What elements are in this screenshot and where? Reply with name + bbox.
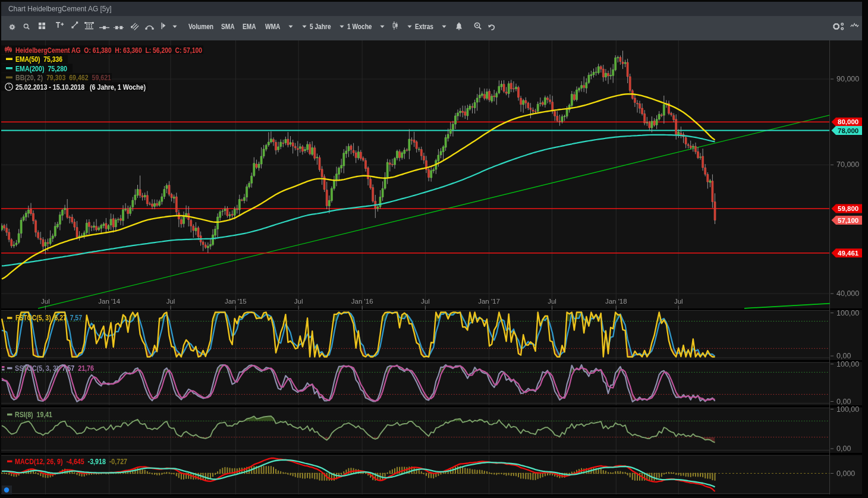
svg-text:Jan '18: Jan '18 bbox=[605, 298, 627, 305]
svg-text:100,00: 100,00 bbox=[836, 360, 859, 368]
svg-text:EMA(200) 75,280: EMA(200) 75,280 bbox=[15, 65, 67, 73]
svg-text:59,800: 59,800 bbox=[838, 205, 858, 212]
svg-text:Jul: Jul bbox=[294, 298, 303, 305]
svg-text:0,00: 0,00 bbox=[836, 398, 851, 406]
svg-text:Jan '16: Jan '16 bbox=[351, 298, 373, 305]
svg-text:57,100: 57,100 bbox=[838, 217, 858, 224]
svg-text:Jul: Jul bbox=[674, 298, 683, 305]
svg-text:80,000: 80,000 bbox=[838, 118, 858, 125]
svg-text:25.02.2013 - 15.10.2018 (6 J: 25.02.2013 - 15.10.2018 (6 Jahre, 1 Woch… bbox=[15, 83, 146, 92]
svg-text:0,00: 0,00 bbox=[836, 445, 851, 453]
svg-text:70,000: 70,000 bbox=[836, 160, 859, 169]
svg-text:Jul: Jul bbox=[548, 298, 556, 305]
svg-text:RSI(8) 19,41: RSI(8) 19,41 bbox=[15, 411, 52, 419]
svg-text:100,00: 100,00 bbox=[836, 309, 859, 317]
svg-text:Jan '17: Jan '17 bbox=[478, 298, 500, 305]
svg-text:BB(20, 2) 79,303 69,462 59,: BB(20, 2) 79,303 69,462 59,621 bbox=[15, 74, 111, 82]
svg-text:Jul: Jul bbox=[41, 298, 50, 305]
svg-text:FSTOC(5, 3) 6,27 7,57: FSTOC(5, 3) 6,27 7,57 bbox=[15, 314, 82, 322]
svg-text:0,000: 0,000 bbox=[836, 469, 855, 478]
svg-text:90,000: 90,000 bbox=[836, 75, 859, 83]
svg-text:EMA(50) 75,336: EMA(50) 75,336 bbox=[15, 55, 62, 64]
svg-text:SSTOC(5, 3, 3) 7,57 21,76: SSTOC(5, 3, 3) 7,57 21,76 bbox=[15, 364, 94, 373]
svg-text:MACD(12, 26, 9) -4,645 -3,91: MACD(12, 26, 9) -4,645 -3,918 -0,727 bbox=[15, 458, 127, 466]
svg-text:78,000: 78,000 bbox=[838, 127, 858, 134]
svg-text:Jul: Jul bbox=[421, 298, 430, 305]
svg-text:100,00: 100,00 bbox=[836, 405, 859, 414]
svg-text:Jan '14: Jan '14 bbox=[98, 298, 120, 305]
svg-text:Jul: Jul bbox=[166, 298, 175, 305]
svg-text:40,000: 40,000 bbox=[836, 289, 859, 298]
svg-text:49,461: 49,461 bbox=[838, 250, 859, 257]
svg-text:0,00: 0,00 bbox=[836, 352, 851, 360]
svg-text:HeidelbergCement AG O: 61,380: HeidelbergCement AG O: 61,380 H: 63,360 … bbox=[15, 46, 202, 55]
svg-text:Jan '15: Jan '15 bbox=[225, 298, 247, 305]
